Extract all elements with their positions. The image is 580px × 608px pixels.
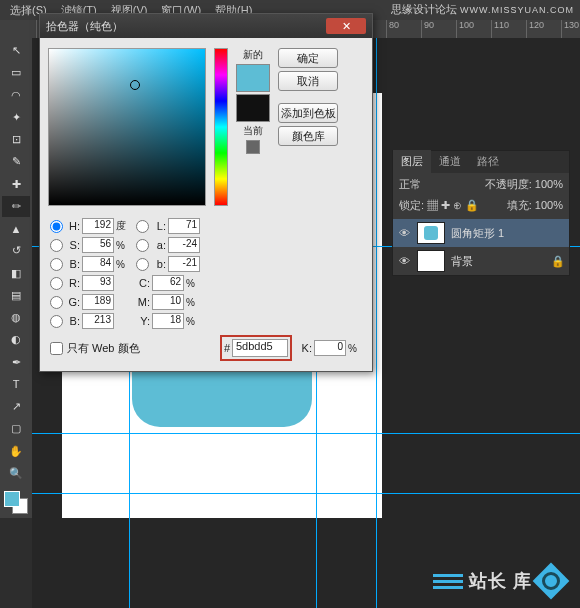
- eraser-tool[interactable]: ◧: [2, 263, 30, 284]
- stamp-tool[interactable]: ▲: [2, 218, 30, 239]
- close-icon[interactable]: ✕: [326, 18, 366, 34]
- a-radio[interactable]: [136, 239, 149, 252]
- lasso-tool[interactable]: ◠: [2, 85, 30, 106]
- color-fields: H:192度 L:71 S:56% a:-24 B:84% b:-21 R:93…: [40, 218, 372, 371]
- l-radio[interactable]: [136, 220, 149, 233]
- footer-logo: 站长 库: [433, 568, 564, 594]
- blend-mode[interactable]: 正常: [399, 177, 421, 192]
- new-label: 新的: [243, 48, 263, 62]
- hex-input[interactable]: 5dbdd5: [232, 339, 288, 357]
- color-picker-dialog: 拾色器（纯色） ✕ 新的 当前 确定 取消 添加到色板 颜色库 H:192度 L…: [39, 13, 373, 372]
- bb-input[interactable]: -21: [168, 256, 200, 272]
- hex-highlight: # 5dbdd5: [220, 335, 292, 361]
- s-radio[interactable]: [50, 239, 63, 252]
- hand-tool[interactable]: ✋: [2, 441, 30, 462]
- shape-tool[interactable]: ▢: [2, 418, 30, 439]
- guide-horizontal[interactable]: [32, 493, 580, 494]
- guide-horizontal[interactable]: [32, 433, 580, 434]
- tab-layers[interactable]: 图层: [393, 150, 431, 173]
- move-tool[interactable]: ↖: [2, 40, 30, 61]
- s-input[interactable]: 56: [82, 237, 114, 253]
- fg-color[interactable]: [4, 491, 20, 507]
- dodge-tool[interactable]: ◐: [2, 329, 30, 350]
- path-tool[interactable]: ↗: [2, 396, 30, 417]
- g-input[interactable]: 189: [82, 294, 114, 310]
- h-radio[interactable]: [50, 220, 63, 233]
- layers-panel: 图层 通道 路径 正常 不透明度: 100% 锁定: ▦ ✚ ⊕ 🔒 填充: 1…: [392, 150, 570, 276]
- fill-label: 填充:: [507, 199, 532, 211]
- history-brush-tool[interactable]: ↺: [2, 240, 30, 261]
- r-input[interactable]: 93: [82, 275, 114, 291]
- eyedropper-tool[interactable]: ✎: [2, 151, 30, 172]
- dialog-title: 拾色器（纯色）: [46, 19, 326, 34]
- h-input[interactable]: 192: [82, 218, 114, 234]
- layer-name[interactable]: 背景: [451, 254, 545, 269]
- toolbar: ↖ ▭ ◠ ✦ ⊡ ✎ ✚ ✏ ▲ ↺ ◧ ▤ ◍ ◐ ✒ T ↗ ▢ ✋ 🔍: [0, 38, 32, 518]
- r-radio[interactable]: [50, 277, 63, 290]
- l-input[interactable]: 71: [168, 218, 200, 234]
- ok-button[interactable]: 确定: [278, 48, 338, 68]
- y-input[interactable]: 18: [152, 313, 184, 329]
- lock-icon: 🔒: [551, 255, 565, 268]
- b2-input[interactable]: 213: [82, 313, 114, 329]
- c-input[interactable]: 62: [152, 275, 184, 291]
- visibility-icon[interactable]: 👁: [397, 255, 411, 267]
- m-input[interactable]: 10: [152, 294, 184, 310]
- opacity-value[interactable]: 100%: [535, 178, 563, 190]
- layer-list: 👁 圆角矩形 1 👁 背景 🔒: [393, 219, 569, 275]
- fill-value[interactable]: 100%: [535, 199, 563, 211]
- wand-tool[interactable]: ✦: [2, 107, 30, 128]
- brush-tool[interactable]: ✏: [2, 196, 30, 217]
- new-color-swatch: [236, 64, 270, 92]
- layer-thumb: [417, 250, 445, 272]
- blur-tool[interactable]: ◍: [2, 307, 30, 328]
- web-only-checkbox[interactable]: 只有 Web 颜色: [50, 341, 140, 356]
- current-color-swatch[interactable]: [236, 94, 270, 122]
- b2-radio[interactable]: [50, 315, 63, 328]
- watermark: 思缘设计论坛 WWW.MISSYUAN.COM: [391, 2, 574, 17]
- sv-cursor[interactable]: [130, 80, 140, 90]
- marquee-tool[interactable]: ▭: [2, 62, 30, 83]
- pen-tool[interactable]: ✒: [2, 352, 30, 373]
- k-input[interactable]: 0: [314, 340, 346, 356]
- visibility-icon[interactable]: 👁: [397, 227, 411, 239]
- tab-channels[interactable]: 通道: [431, 150, 469, 173]
- type-tool[interactable]: T: [2, 374, 30, 395]
- tab-paths[interactable]: 路径: [469, 150, 507, 173]
- dialog-titlebar[interactable]: 拾色器（纯色） ✕: [40, 14, 372, 38]
- sv-picker[interactable]: [48, 48, 206, 206]
- logo-stripes-icon: [433, 573, 463, 589]
- hue-slider[interactable]: [214, 48, 228, 206]
- layer-thumb: [417, 222, 445, 244]
- hash-label: #: [224, 342, 230, 354]
- g-radio[interactable]: [50, 296, 63, 309]
- opacity-label: 不透明度:: [485, 178, 532, 190]
- cancel-button[interactable]: 取消: [278, 71, 338, 91]
- lock-label: 锁定:: [399, 199, 424, 211]
- color-swatch[interactable]: [2, 489, 30, 516]
- a-input[interactable]: -24: [168, 237, 200, 253]
- color-lib-button[interactable]: 颜色库: [278, 126, 338, 146]
- heal-tool[interactable]: ✚: [2, 174, 30, 195]
- panel-tabs: 图层 通道 路径: [393, 151, 569, 173]
- layer-row[interactable]: 👁 背景 🔒: [393, 247, 569, 275]
- crop-tool[interactable]: ⊡: [2, 129, 30, 150]
- bb-radio[interactable]: [136, 258, 149, 271]
- b-radio[interactable]: [50, 258, 63, 271]
- add-swatch-button[interactable]: 添加到色板: [278, 103, 338, 123]
- logo-diamond-icon: [533, 563, 570, 600]
- b-input[interactable]: 84: [82, 256, 114, 272]
- guide-vertical[interactable]: [376, 38, 377, 608]
- warning-icon[interactable]: [246, 140, 260, 154]
- layer-row[interactable]: 👁 圆角矩形 1: [393, 219, 569, 247]
- current-label: 当前: [243, 124, 263, 138]
- layer-name[interactable]: 圆角矩形 1: [451, 226, 565, 241]
- gradient-tool[interactable]: ▤: [2, 285, 30, 306]
- zoom-tool[interactable]: 🔍: [2, 463, 30, 484]
